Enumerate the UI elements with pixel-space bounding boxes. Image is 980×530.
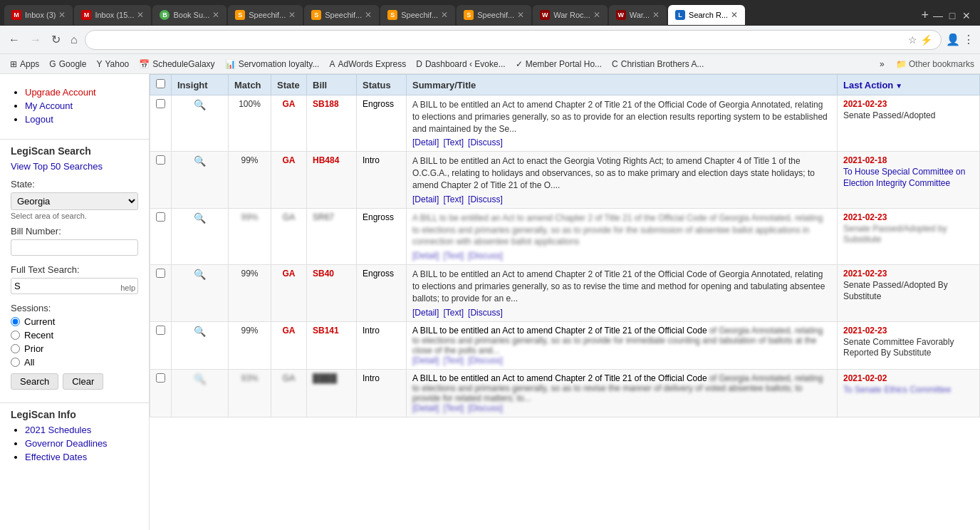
session-radio-input-prior[interactable] [11,344,20,353]
close-button[interactable]: ✕ [961,10,971,20]
back-button[interactable]: ← [6,32,23,48]
summary-discuss-link-5[interactable]: Discuss [468,403,503,413]
browser-tab-speechify1[interactable]: S Speechif... ✕ [228,5,303,25]
row-checkbox-3[interactable] [156,269,165,278]
insight-icon-2[interactable]: 🔍 [194,212,206,224]
bookmark-star-icon[interactable]: ☆ [908,34,917,46]
session-radio-input-current[interactable] [11,317,20,326]
insight-icon-1[interactable]: 🔍 [194,155,206,167]
insight-icon-4[interactable]: 🔍 [194,326,206,337]
insight-icon-3[interactable]: 🔍 [194,269,206,280]
last-action-date-0[interactable]: 2021-02-23 [843,99,974,109]
browser-tab-gmail2[interactable]: M Inbox (15... ✕ [74,5,151,25]
bookmark-item-1[interactable]: GGoogle [45,58,90,71]
summary-text-link-5[interactable]: Text [443,403,464,413]
summary-text-link-1[interactable]: Text [443,194,464,204]
tab-close-speechify2[interactable]: ✕ [365,10,372,20]
search-button[interactable]: Search [11,373,58,390]
info-link-0[interactable]: 2021 Schedules [25,425,91,435]
session-radio-input-all[interactable] [11,358,20,367]
last-action-date-3[interactable]: 2021-02-23 [843,269,974,279]
browser-tab-speechify4[interactable]: S Speechif... ✕ [457,5,531,25]
insight-icon-5[interactable]: 🔍 [194,373,206,385]
browser-tab-booksub[interactable]: B Book Su... ✕ [152,5,226,25]
maximize-button[interactable]: □ [947,10,957,20]
bill-number-input[interactable] [11,239,138,256]
summary-detail-link-5[interactable]: Detail [412,403,439,413]
summary-detail-link-1[interactable]: Detail [412,194,439,204]
insight-icon-0[interactable]: 🔍 [194,99,206,110]
session-radio-all[interactable]: All [11,357,138,368]
tab-close-speechify3[interactable]: ✕ [441,10,448,20]
profile-icon[interactable]: 👤 [946,33,960,46]
bookmark-item-0[interactable]: ⊞Apps [6,58,43,71]
bookmark-item-2[interactable]: YYahoo [92,58,133,71]
tab-close-booksub[interactable]: ✕ [212,10,219,20]
upgrade-account-link[interactable]: Upgrade Account [25,87,96,98]
new-tab-button[interactable]: + [917,8,933,23]
last-action-date-1[interactable]: 2021-02-18 [843,155,974,165]
last-action-date-2[interactable]: 2021-02-23 [843,212,974,222]
tab-close-speechify4[interactable]: ✕ [517,10,524,20]
bookmark-item-6[interactable]: DDashboard ‹ Evoke... [412,58,509,71]
info-link-2[interactable]: Effective Dates [25,452,87,462]
summary-text-link-3[interactable]: Text [443,308,464,318]
summary-detail-link-3[interactable]: Detail [412,308,439,318]
state-select[interactable]: All StatesAlabamaAlaskaArizonaArkansasCa… [11,192,138,210]
session-radio-recent[interactable]: Recent [11,330,138,341]
logout-link[interactable]: Logout [25,114,53,125]
help-link[interactable]: help [120,284,135,292]
bookmark-item-8[interactable]: CChristian Brothers A... [608,58,708,71]
state-link-3[interactable]: GA [283,269,296,279]
row-checkbox-1[interactable] [156,155,165,165]
summary-discuss-link-2[interactable]: Discuss [468,251,503,261]
summary-detail-link-4[interactable]: Detail [412,355,439,365]
bookmark-item-5[interactable]: AAdWords Express [325,58,410,71]
browser-tab-warroc1[interactable]: W War Roc... ✕ [533,5,608,25]
summary-discuss-link-1[interactable]: Discuss [468,194,503,204]
summary-discuss-link-3[interactable]: Discuss [468,308,503,318]
refresh-button[interactable]: ↻ [48,31,63,48]
address-input[interactable]: legiscan.com/gaits/search?state=GA&keywo… [94,34,905,45]
full-text-search-input[interactable] [11,278,138,294]
col-header-last-action[interactable]: Last Action [838,75,980,95]
browser-tab-war2[interactable]: W War... ✕ [609,5,667,25]
tab-close-gmail2[interactable]: ✕ [137,10,144,20]
tab-close-war2[interactable]: ✕ [652,10,660,20]
tab-close-warroc1[interactable]: ✕ [593,10,600,20]
info-link-1[interactable]: Governor Deadlines [25,438,108,449]
row-checkbox-2[interactable] [156,212,165,222]
browser-tab-gmail1[interactable]: M Inbox (3) ✕ [4,5,73,25]
state-link-1[interactable]: GA [283,155,296,165]
extensions-icon[interactable]: ⚡ [920,34,932,46]
summary-text-link-2[interactable]: Text [443,251,464,261]
bookmark-item-7[interactable]: ✓Member Portal Ho... [511,58,606,71]
summary-discuss-link-4[interactable]: Discuss [468,355,503,365]
minimize-button[interactable]: — [933,10,943,20]
home-button[interactable]: ⌂ [68,32,80,48]
browser-tab-speechify3[interactable]: S Speechif... ✕ [380,5,455,25]
session-radio-input-recent[interactable] [11,331,20,340]
other-bookmarks[interactable]: 📁 Other bookmarks [896,59,974,69]
state-link-0[interactable]: GA [283,99,296,109]
bookmark-item-3[interactable]: 📅ScheduleGalaxy [135,58,219,71]
row-checkbox-4[interactable] [156,326,165,335]
summary-text-link-0[interactable]: Text [443,137,464,147]
tab-close-gmail1[interactable]: ✕ [58,10,66,20]
summary-discuss-link-0[interactable]: Discuss [468,137,503,147]
last-action-date-5[interactable]: 2021-02-02 [843,373,974,383]
bill-link-3[interactable]: SB40 [313,269,334,279]
bill-link-0[interactable]: SB188 [313,99,339,109]
bookmark-item-4[interactable]: 📊Servomation loyalty... [221,58,324,71]
bookmarks-more[interactable]: » [875,58,889,71]
summary-detail-link-0[interactable]: Detail [412,137,439,147]
session-radio-current[interactable]: Current [11,316,138,327]
forward-button[interactable]: → [27,32,44,48]
menu-icon[interactable]: ⋮ [963,33,974,46]
browser-tab-legiscan[interactable]: L Search R... ✕ [668,5,745,25]
state-link-4[interactable]: GA [283,326,296,336]
my-account-link[interactable]: My Account [25,100,73,111]
row-checkbox-0[interactable] [156,99,165,108]
select-all-checkbox[interactable] [156,79,165,88]
bill-link-1[interactable]: HB484 [313,155,339,165]
